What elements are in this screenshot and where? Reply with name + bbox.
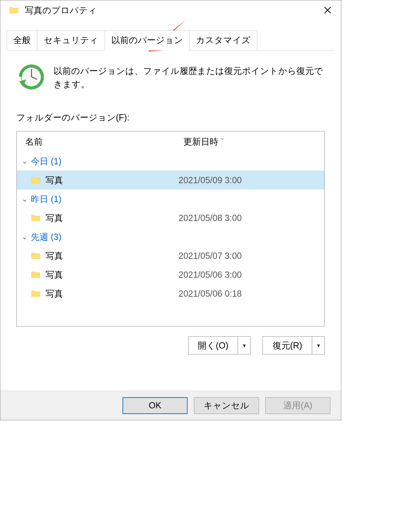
tab-general[interactable]: 全般 [7, 30, 37, 50]
tab-security[interactable]: セキュリティ [37, 30, 105, 50]
item-date: 2021/05/07 3:00 [178, 251, 242, 261]
cancel-button[interactable]: キャンセル [194, 397, 259, 414]
dialog-footer: OK キャンセル 適用(A) [0, 391, 341, 420]
chevron-down-icon: ⌄ [20, 157, 29, 165]
tab-customize[interactable]: カスタマイズ [189, 30, 257, 50]
item-name: 写真 [46, 269, 178, 281]
item-name: 写真 [46, 174, 178, 186]
item-date: 2021/05/06 3:00 [178, 270, 242, 280]
group-last-week[interactable]: ⌄ 先週 (3) [17, 227, 324, 246]
item-date: 2021/05/08 3:00 [178, 213, 242, 223]
item-date: 2021/05/09 3:00 [178, 175, 242, 185]
chevron-down-icon: ⌄ [20, 195, 29, 203]
close-button[interactable] [317, 0, 338, 20]
folder-icon [9, 6, 20, 14]
titlebar: 写真のプロパティ [0, 0, 341, 20]
column-modified[interactable]: 更新日時 ⌄ [175, 136, 324, 147]
open-button[interactable]: 開く(O) ▾ [188, 336, 251, 354]
folder-icon [31, 290, 41, 297]
properties-dialog: 写真のプロパティ 全般 セキュリティ 以前のバージョン カスタマイズ [0, 0, 341, 420]
apply-button: 適用(A) [265, 397, 330, 414]
folder-icon [31, 252, 41, 260]
item-name: 写真 [46, 250, 178, 262]
dropdown-arrow-icon[interactable]: ▾ [238, 337, 250, 354]
list-item[interactable]: 写真 2021/05/08 3:00 [17, 208, 324, 227]
item-name: 写真 [46, 212, 178, 224]
dropdown-arrow-icon[interactable]: ▾ [312, 337, 324, 354]
list-item[interactable]: 写真 2021/05/06 0:18 [17, 284, 324, 303]
list-header: 名前 更新日時 ⌄ [17, 131, 324, 152]
folder-icon [31, 176, 41, 184]
window-title: 写真のプロパティ [25, 5, 317, 16]
restore-button-label: 復元(R) [263, 337, 312, 354]
group-lastweek-label: 先週 (3) [31, 231, 62, 243]
description-text: 以前のバージョンは、ファイル履歴または復元ポイントから復元できます。 [54, 63, 325, 91]
group-yesterday[interactable]: ⌄ 昨日 (1) [17, 189, 324, 208]
open-button-label: 開く(O) [189, 337, 238, 354]
group-today-label: 今日 (1) [31, 156, 62, 167]
ok-button[interactable]: OK [122, 397, 188, 414]
tab-strip: 全般 セキュリティ 以前のバージョン カスタマイズ [7, 30, 341, 50]
tab-previous-versions[interactable]: 以前のバージョン [105, 30, 190, 50]
chevron-down-icon: ⌄ [20, 233, 29, 241]
item-name: 写真 [46, 288, 178, 299]
previous-versions-icon [16, 63, 44, 90]
group-yesterday-label: 昨日 (1) [31, 193, 62, 205]
list-item[interactable]: 写真 2021/05/09 3:00 [17, 171, 324, 189]
list-item[interactable]: 写真 2021/05/06 3:00 [17, 265, 324, 284]
tab-content: 以前のバージョンは、ファイル履歴または復元ポイントから復元できます。 フォルダー… [7, 50, 335, 354]
group-today[interactable]: ⌄ 今日 (1) [17, 152, 324, 171]
list-label: フォルダーのバージョン(F): [16, 112, 335, 123]
item-date: 2021/05/06 0:18 [178, 289, 242, 299]
column-name[interactable]: 名前 [17, 136, 175, 147]
folder-icon [31, 271, 41, 278]
versions-list[interactable]: 名前 更新日時 ⌄ ⌄ 今日 (1) 写真 2021/05/09 3:00 ⌄ [16, 131, 325, 326]
restore-button[interactable]: 復元(R) ▾ [262, 336, 325, 354]
sort-indicator-icon: ⌄ [220, 134, 225, 142]
folder-icon [31, 214, 41, 222]
list-item[interactable]: 写真 2021/05/07 3:00 [17, 246, 324, 265]
